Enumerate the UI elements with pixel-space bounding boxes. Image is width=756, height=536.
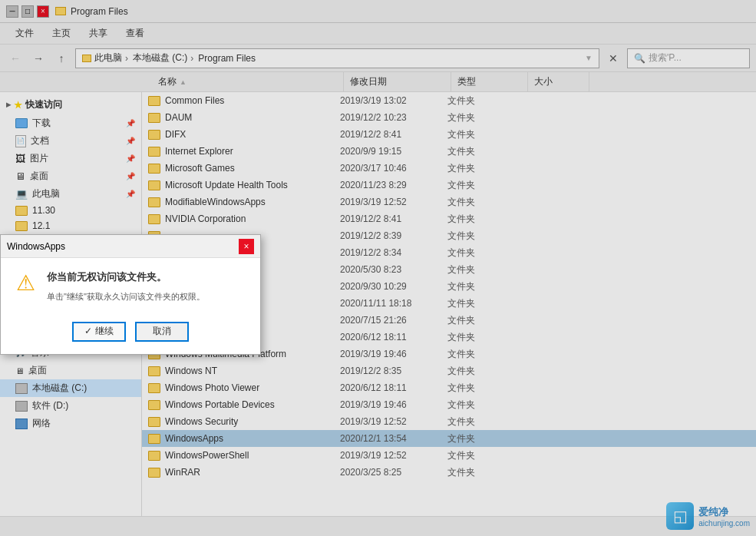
computer-icon: 💻 xyxy=(15,188,28,200)
doc-icon: 📄 xyxy=(15,135,26,147)
continue-button[interactable]: ✓ 继续 xyxy=(72,322,126,342)
file-type-cell: 文件夹 xyxy=(447,314,524,327)
drive-icon xyxy=(15,383,28,394)
folder-icon xyxy=(148,214,160,224)
close-icon[interactable]: × xyxy=(37,5,49,18)
table-row[interactable]: WinRAR2020/3/25 8:25文件夹 xyxy=(142,464,756,481)
file-type-cell: 文件夹 xyxy=(447,365,524,378)
sidebar-item-download[interactable]: 下载 📌 xyxy=(0,114,141,132)
menu-home[interactable]: 主页 xyxy=(43,24,80,43)
table-row[interactable]: Windows NT2019/12/2 8:35文件夹 xyxy=(142,362,756,379)
address-bar[interactable]: 此电脑 › 本地磁盘 (C:) › Program Files ▼ xyxy=(75,48,599,68)
desktop-icon: 🖥 xyxy=(15,366,24,376)
file-date-cell: 2020/7/15 21:26 xyxy=(340,315,447,326)
table-row[interactable]: NVIDIA Corporation2019/12/2 8:41文件夹 xyxy=(142,210,756,227)
pictures-icon: 🖼 xyxy=(15,153,25,164)
file-date-cell: 2019/12/2 8:41 xyxy=(340,129,447,140)
watermark-icon: ◱ xyxy=(673,507,688,525)
table-row[interactable]: Windows Security2019/3/19 12:52文件夹 xyxy=(142,413,756,430)
network-icon xyxy=(15,419,28,429)
file-name-cell: Internet Explorer xyxy=(148,146,340,157)
file-date-cell: 2020/9/30 10:29 xyxy=(340,281,447,292)
table-row[interactable]: Common Files2019/3/19 13:02文件夹 xyxy=(142,92,756,109)
menu-view[interactable]: 查看 xyxy=(117,24,154,43)
table-row[interactable]: Microsoft Games2020/3/17 10:46文件夹 xyxy=(142,160,756,177)
folder-icon xyxy=(148,197,160,207)
access-denied-dialog: WindowsApps × ⚠ 你当前无权访问该文件夹。 单击"继续"获取永久访… xyxy=(0,234,261,355)
back-button[interactable]: ← xyxy=(6,49,25,68)
file-date-cell: 2019/3/19 19:46 xyxy=(340,349,447,359)
watermark-logo: ◱ xyxy=(666,502,694,530)
sidebar-item-d-drive[interactable]: 软件 (D:) xyxy=(0,397,141,415)
file-name-cell: Microsoft Games xyxy=(148,163,340,174)
watermark-text: 爱纯净 aichunjing.com xyxy=(698,505,750,528)
sidebar-item-network[interactable]: 网络 xyxy=(0,415,141,432)
window-title: Program Files xyxy=(71,6,128,17)
sidebar-item-docs[interactable]: 📄 文档 📌 xyxy=(0,132,141,150)
sidebar-item-121[interactable]: 12.1 xyxy=(0,218,141,233)
col-header-type[interactable]: 类型 xyxy=(451,72,528,91)
sidebar-item-1130[interactable]: 11.30 xyxy=(0,203,141,218)
table-row[interactable]: WindowsApps2020/12/1 13:54文件夹 xyxy=(142,430,756,447)
folder-icon xyxy=(148,130,160,140)
table-row[interactable]: Microsoft Update Health Tools2020/11/23 … xyxy=(142,177,756,194)
file-date-cell: 2019/12/2 8:41 xyxy=(340,213,447,224)
sidebar-item-pictures[interactable]: 🖼 图片 📌 xyxy=(0,150,141,167)
file-type-cell: 文件夹 xyxy=(447,466,524,479)
file-date-cell: 2019/12/2 8:34 xyxy=(340,247,447,258)
forward-button[interactable]: → xyxy=(29,49,48,68)
file-type-cell: 文件夹 xyxy=(447,179,524,192)
folder-icon xyxy=(15,206,28,216)
file-name-cell: NVIDIA Corporation xyxy=(148,213,340,224)
title-bar-controls[interactable]: ─ □ × xyxy=(6,5,49,18)
breadcrumb-drive[interactable]: 本地磁盘 (C:) › xyxy=(133,51,195,65)
menu-bar: 文件 主页 共享 查看 xyxy=(0,23,756,45)
table-row[interactable]: Internet Explorer2020/9/9 19:15文件夹 xyxy=(142,143,756,160)
menu-share[interactable]: 共享 xyxy=(80,24,117,43)
title-folder-icon xyxy=(55,7,66,15)
file-date-cell: 2019/12/2 8:39 xyxy=(340,230,447,241)
table-row[interactable]: DIFX2019/12/2 8:41文件夹 xyxy=(142,126,756,143)
col-header-name[interactable]: 名称 ▲ xyxy=(152,72,344,91)
sidebar-item-desktop2[interactable]: 🖥 桌面 xyxy=(0,362,141,379)
minimize-icon[interactable]: ─ xyxy=(6,5,18,18)
file-date-cell: 2020/9/9 19:15 xyxy=(340,146,447,157)
sidebar-item-thispc-quick[interactable]: 💻 此电脑 📌 xyxy=(0,185,141,203)
file-type-cell: 文件夹 xyxy=(447,111,524,124)
table-row[interactable]: WindowsPowerShell2019/3/19 12:52文件夹 xyxy=(142,447,756,464)
address-refresh-button[interactable]: ✕ xyxy=(604,49,622,68)
file-name-cell: ModifiableWindowsApps xyxy=(148,197,340,207)
file-type-cell: 文件夹 xyxy=(447,128,524,141)
file-name-cell: WindowsApps xyxy=(148,433,340,444)
folder-icon xyxy=(148,434,160,444)
col-header-date[interactable]: 修改日期 xyxy=(344,72,451,91)
warning-icon: ⚠ xyxy=(13,270,38,295)
maximize-icon[interactable]: □ xyxy=(21,5,34,18)
table-row[interactable]: ModifiableWindowsApps2019/3/19 12:52文件夹 xyxy=(142,194,756,210)
up-button[interactable]: ↑ xyxy=(52,49,71,68)
file-date-cell: 2019/3/19 12:52 xyxy=(340,450,447,461)
sidebar-item-c-drive[interactable]: 本地磁盘 (C:) xyxy=(0,379,141,397)
folder-icon xyxy=(148,96,160,106)
folder-icon xyxy=(148,113,160,123)
file-date-cell: 2020/5/30 8:23 xyxy=(340,264,447,275)
sidebar-item-desktop[interactable]: 🖥 桌面 📌 xyxy=(0,167,141,185)
sidebar-quick-access-header[interactable]: ▶ ★ 快速访问 xyxy=(0,95,141,114)
file-name-cell: DAUM xyxy=(148,112,340,123)
file-type-cell: 文件夹 xyxy=(447,449,524,462)
drive-icon xyxy=(15,401,28,412)
dialog-close-button[interactable]: × xyxy=(239,239,254,254)
cancel-button[interactable]: 取消 xyxy=(135,322,189,342)
col-header-size[interactable]: 大小 xyxy=(528,72,589,91)
table-row[interactable]: DAUM2019/12/2 10:23文件夹 xyxy=(142,109,756,126)
table-row[interactable]: Windows Photo Viewer2020/6/12 18:11文件夹 xyxy=(142,379,756,396)
search-bar[interactable]: 🔍 搜索'P... xyxy=(627,48,750,68)
menu-file[interactable]: 文件 xyxy=(6,24,43,43)
toolbar: ← → ↑ 此电脑 › 本地磁盘 (C:) › Program Files ▼ … xyxy=(0,45,756,72)
breadcrumb-folder[interactable]: Program Files xyxy=(198,53,256,64)
file-name-cell: WindowsPowerShell xyxy=(148,450,340,461)
dialog-main-text: 你当前无权访问该文件夹。 xyxy=(47,270,248,284)
breadcrumb-thispc[interactable]: 此电脑 › xyxy=(94,51,130,65)
table-row[interactable]: Windows Portable Devices2019/3/19 19:46文… xyxy=(142,396,756,413)
dropdown-arrow-icon[interactable]: ▼ xyxy=(585,54,593,62)
